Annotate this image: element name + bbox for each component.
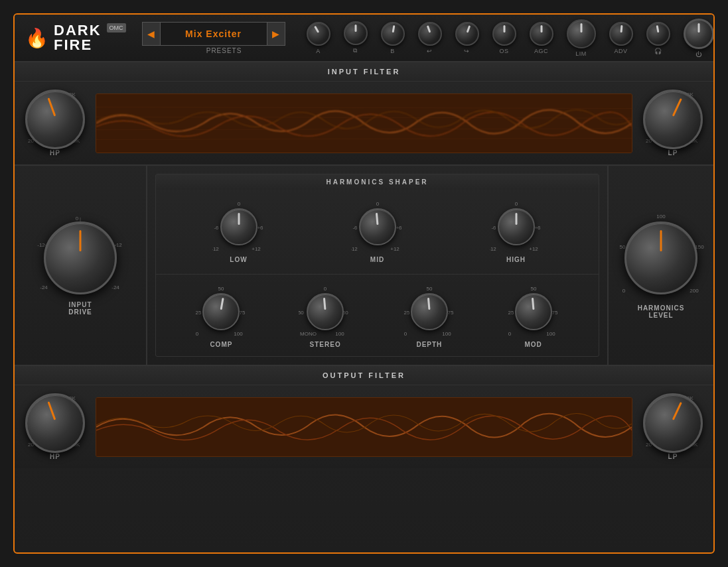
label-redo: ↪ [464,48,470,54]
stereo-label: STEREO [310,341,341,348]
svg-text:+12: +12 [529,246,538,252]
harmonics-level-knob[interactable] [624,221,697,294]
svg-text:50: 50 [218,286,224,292]
low-label: LOW [230,256,247,263]
comp-label: COMP [210,341,232,348]
mid-knob[interactable] [359,208,396,245]
logo-dark: DARK [54,23,102,38]
hp-knob-group: 200 2K 20 20K HP [25,90,85,157]
knob-adv[interactable] [609,22,633,46]
control-group-power: ⏻ [684,19,714,58]
svg-text:-24: -24 [111,284,119,290]
label-os: OS [500,48,509,54]
lp-knob-container: 200 2K 20 20K [643,90,703,149]
depth-knob[interactable] [411,293,448,330]
plugin-container: 🔥 DARK OMC FIRE ◀ Mix Exciter ▶ PRESETS [13,13,715,554]
knob-b[interactable] [381,22,405,46]
svg-text:+6: +6 [257,225,263,231]
hp-knob-container: 200 2K 20 20K [25,90,85,149]
mod-knob[interactable] [515,293,552,330]
svg-text:0: 0 [76,216,79,221]
output-hp-knob[interactable] [25,393,85,453]
svg-text:-12: -12 [212,246,219,252]
knob-power[interactable] [684,19,714,49]
svg-text:25: 25 [196,310,202,316]
control-group-undo: ↩ [418,22,442,54]
svg-text:0: 0 [196,331,199,337]
input-drive-area: 0 -12 -12 -24 -24 [37,215,123,316]
output-lp-knob-group: 200 2K 20 20K LP [643,393,703,460]
svg-text:0: 0 [237,201,240,207]
comp-knob-group: 50 25 75 0 100 COMP [194,285,248,348]
svg-text:0: 0 [508,331,511,337]
omc-badge: OMC [107,23,126,32]
preset-prev-button[interactable]: ◀ [142,22,161,46]
input-drive-label: INPUT DRIVE [68,301,92,316]
svg-text:-12: -12 [351,246,358,252]
logo-fire: FIRE [54,38,92,52]
label-undo: ↩ [427,48,433,54]
svg-text:+12: +12 [252,246,261,252]
stereo-knob-group: 0 -50 +50 MONO 100 STEREO [299,285,352,348]
control-group-b: B [381,22,405,54]
output-filter-header: OUTPUT FILTER [15,366,713,385]
svg-text:75: 75 [551,310,557,316]
effects-row: 50 25 75 0 100 COMP [156,274,599,356]
hp-knob[interactable] [25,90,85,149]
svg-text:-50: -50 [299,310,304,316]
svg-text:100: 100 [335,331,344,337]
svg-text:200: 200 [690,288,699,294]
svg-text:75: 75 [240,310,246,316]
left-panel: 0 -12 -12 -24 -24 [15,166,147,365]
lp-knob-group: 200 2K 20 20K LP [643,90,703,157]
knob-undo[interactable] [418,22,442,46]
shaper-top-row: 0 -6 +6 -12 +12 LOW [156,190,599,269]
lp-knob[interactable] [643,90,703,149]
knob-redo[interactable] [455,22,479,46]
svg-text:0: 0 [622,288,626,294]
svg-text:100: 100 [546,331,555,337]
input-filter-section: INPUT FILTER 200 2K 20 20K HP [15,62,713,166]
high-label: HIGH [506,256,526,263]
svg-text:+12: +12 [390,246,400,252]
svg-text:50: 50 [426,286,432,292]
knob-lim[interactable] [567,19,596,48]
knob-a[interactable] [307,22,330,46]
output-lp-label: LP [668,453,678,460]
control-group-adv: ADV [609,22,633,54]
logo-text: DARK OMC FIRE [54,23,126,52]
mid-knob-group: 0 -6 +6 -12 +12 MID [351,200,404,263]
stereo-knob[interactable] [307,293,344,330]
mod-label: MOD [524,341,542,348]
low-knob[interactable] [220,208,257,245]
hp-label: HP [50,149,60,157]
label-b: B [390,48,395,54]
low-knob-group: 0 -6 +6 -12 +12 LOW [212,200,265,263]
svg-text:25: 25 [508,310,514,316]
input-drive-knob[interactable] [44,221,117,294]
knob-copy[interactable] [344,21,368,45]
middle-section: 0 -12 -12 -24 -24 [15,166,713,366]
knob-os[interactable] [492,22,516,46]
comp-knob[interactable] [202,293,240,330]
control-group-agc: AGC [530,22,553,54]
svg-text:25: 25 [403,310,409,316]
harmonics-shaper-header: HARMONICS SHAPER [156,174,599,190]
label-lim: LIM [575,50,587,57]
knob-headphones[interactable] [646,22,670,46]
svg-text:-6: -6 [491,225,496,231]
lp-label: LP [668,149,678,157]
control-group-a: A [307,22,330,54]
harmonics-level-label: HARMONICS LEVEL [638,304,685,319]
label-a: A [316,48,321,54]
preset-next-button[interactable]: ▶ [267,22,285,46]
label-headphones: 🎧 [654,48,662,54]
svg-text:-12: -12 [490,246,496,252]
svg-text:0: 0 [404,331,407,337]
output-lp-knob[interactable] [643,393,703,453]
output-lp-container: 200 2K 20 20K [643,393,703,453]
svg-text:100: 100 [234,331,244,337]
output-filter-display [96,397,632,457]
knob-agc[interactable] [530,22,553,46]
high-knob[interactable] [498,208,535,245]
